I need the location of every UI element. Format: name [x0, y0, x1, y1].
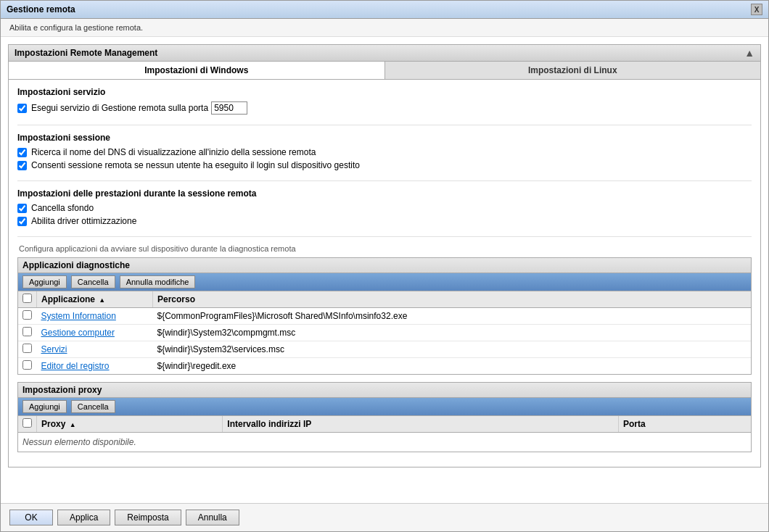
sort-indicator-proxy: ▲: [70, 421, 76, 428]
perf-checkbox-label-2: Abilita driver ottimizzazione: [31, 216, 136, 226]
session-checkbox-label-1: Ricerca il nome del DNS di visualizzazio…: [31, 147, 316, 157]
proxy-toolbar: Aggiungi Cancella: [18, 398, 751, 416]
window-title: Gestione remota: [7, 4, 75, 14]
app-path-1: ${CommonProgramFiles}\Microsoft Shared\M…: [153, 308, 752, 325]
session-checkbox-row-2: Consenti sessione remota se nessun utent…: [17, 160, 752, 170]
content-area: Impostazioni Remote Management ▲ Imposta…: [1, 37, 768, 503]
select-all-proxy[interactable]: [22, 418, 32, 428]
close-button[interactable]: X: [751, 4, 762, 15]
proxy-table: Proxy ▲ Intervallo indirizzi IP Porta Ne…: [18, 416, 751, 452]
section-title: Impostazioni Remote Management: [15, 48, 157, 58]
session-settings: Impostazioni sessione Ricerca il nome de…: [17, 133, 752, 181]
diag-apps-table: Applicazione ▲ Percorso System Informati…: [18, 291, 751, 374]
perf-checkbox-2[interactable]: [17, 217, 27, 226]
col-header-path: Percorso: [153, 291, 752, 308]
proxy-table-header-row: Proxy ▲ Intervallo indirizzi IP Porta: [18, 416, 751, 433]
proxy-add-button[interactable]: Aggiungi: [22, 400, 67, 413]
row-checkbox-3[interactable]: [22, 344, 32, 353]
service-settings-title: Impostazioni servizio: [17, 87, 752, 97]
tab-linux[interactable]: Impostazioni di Linux: [385, 62, 761, 79]
ok-button[interactable]: OK: [9, 510, 53, 525]
proxy-header: Impostazioni proxy: [18, 383, 751, 398]
section-header: Impostazioni Remote Management ▲: [9, 45, 760, 62]
app-link-1[interactable]: System Information: [41, 311, 116, 321]
table-row: Gestione computer ${windir}\System32\com…: [18, 325, 751, 341]
table-row: Servizi ${windir}\System32\services.msc: [18, 341, 751, 358]
session-settings-title: Impostazioni sessione: [17, 133, 752, 143]
app-path-3: ${windir}\System32\services.msc: [153, 341, 752, 358]
table-row: Editor del registro ${windir}\regedit.ex…: [18, 358, 751, 375]
collapse-button[interactable]: ▲: [744, 48, 754, 58]
proxy-delete-button[interactable]: Cancella: [71, 400, 115, 413]
proxy-panel: Impostazioni proxy Aggiungi Cancella Pro…: [17, 382, 752, 452]
apply-button[interactable]: Applica: [57, 510, 110, 525]
diag-toolbar: Aggiungi Cancella Annulla modifiche: [18, 273, 751, 291]
diag-cancel-button[interactable]: Annulla modifiche: [120, 275, 196, 288]
footer-buttons: OK Applica Reimposta Annulla: [1, 503, 768, 531]
service-checkbox-label: Esegui servizio di Gestione remota sulla…: [31, 103, 208, 113]
service-checkbox[interactable]: [17, 104, 27, 113]
select-all-diag[interactable]: [22, 294, 32, 303]
app-path-4: ${windir}\regedit.exe: [153, 358, 752, 375]
row-checkbox-4[interactable]: [22, 360, 32, 370]
performance-settings: Impostazioni delle prestazioni durante l…: [17, 188, 752, 237]
perf-checkbox-1[interactable]: [17, 204, 27, 213]
proxy-empty-message: Nessun elemento disponibile.: [18, 433, 751, 452]
subtitle-bar: Abilita e configura la gestione remota.: [1, 19, 768, 37]
proxy-col-header-ip: Intervallo indirizzi IP: [223, 416, 619, 433]
app-link-2[interactable]: Gestione computer: [41, 328, 115, 338]
service-settings: Impostazioni servizio Esegui servizio di…: [17, 87, 752, 125]
session-checkbox-label-2: Consenti sessione remota se nessun utent…: [31, 160, 360, 170]
cancel-button[interactable]: Annulla: [186, 510, 239, 525]
reset-button[interactable]: Reimposta: [115, 510, 181, 525]
port-input[interactable]: [211, 101, 247, 115]
performance-settings-title: Impostazioni delle prestazioni durante l…: [17, 188, 752, 199]
row-checkbox-2[interactable]: [22, 327, 32, 336]
remote-management-panel: Impostazioni Remote Management ▲ Imposta…: [8, 44, 761, 467]
app-path-2: ${windir}\System32\compmgmt.msc: [153, 325, 752, 341]
service-checkbox-row: Esegui servizio di Gestione remota sulla…: [17, 101, 752, 115]
session-checkbox-row-1: Ricerca il nome del DNS di visualizzazio…: [17, 147, 752, 157]
tab-windows[interactable]: Impostazioni di Windows: [9, 62, 385, 79]
table-row: System Information ${CommonProgramFiles}…: [18, 308, 751, 325]
proxy-tbody: Nessun elemento disponibile.: [18, 433, 751, 452]
diag-delete-button[interactable]: Cancella: [71, 275, 115, 288]
main-window: Gestione remota X Abilita e configura la…: [0, 0, 769, 532]
perf-checkbox-row-2: Abilita driver ottimizzazione: [17, 216, 752, 226]
app-link-4[interactable]: Editor del registro: [41, 361, 110, 371]
title-bar: Gestione remota X: [1, 1, 768, 19]
proxy-empty-row: Nessun elemento disponibile.: [18, 433, 751, 452]
proxy-settings-section: Impostazioni proxy Aggiungi Cancella Pro…: [17, 382, 752, 452]
row-checkbox-1[interactable]: [22, 310, 32, 320]
diag-apps-tbody: System Information ${CommonProgramFiles}…: [18, 308, 751, 375]
col-header-checkbox: [18, 291, 37, 308]
diagnostic-apps-section: Configura applicazioni da avviare sul di…: [17, 244, 752, 375]
proxy-col-header-port: Porta: [618, 416, 751, 433]
diag-apps-header: Applicazioni diagnostiche: [18, 258, 751, 273]
proxy-col-header-checkbox: [18, 416, 37, 433]
session-checkbox-2[interactable]: [17, 161, 27, 170]
diag-info-text: Configura applicazioni da avviare sul di…: [17, 244, 752, 253]
diag-table-header-row: Applicazione ▲ Percorso: [18, 291, 751, 308]
section-body: Impostazioni servizio Esegui servizio di…: [9, 80, 760, 467]
session-checkbox-1[interactable]: [17, 148, 27, 157]
proxy-col-header-proxy[interactable]: Proxy ▲: [37, 416, 223, 433]
col-header-application[interactable]: Applicazione ▲: [37, 291, 153, 308]
tabs-container: Impostazioni di Windows Impostazioni di …: [9, 62, 760, 80]
diag-add-button[interactable]: Aggiungi: [22, 275, 67, 288]
perf-checkbox-row-1: Cancella sfondo: [17, 203, 752, 213]
sort-indicator-app: ▲: [99, 296, 105, 304]
app-link-3[interactable]: Servizi: [41, 344, 67, 354]
subtitle-text: Abilita e configura la gestione remota.: [9, 23, 143, 32]
perf-checkbox-label-1: Cancella sfondo: [31, 203, 94, 213]
diagnostic-apps-panel: Applicazioni diagnostiche Aggiungi Cance…: [17, 257, 752, 375]
